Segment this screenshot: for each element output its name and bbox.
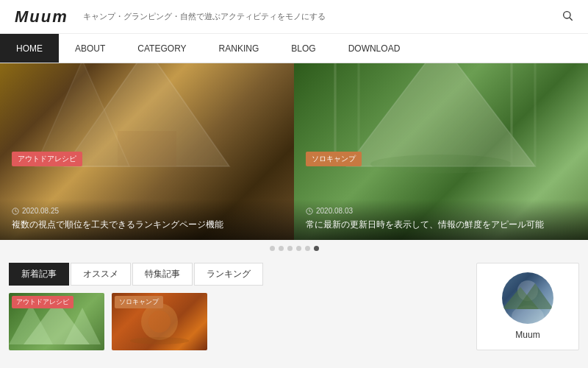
dot-5[interactable] [305, 246, 310, 251]
author-sidebar: Muum [476, 263, 579, 350]
dot-3[interactable] [287, 246, 293, 251]
article-badge-1: アウトドアレシピ [12, 296, 74, 308]
content-area: 新着記事 オススメ 特集記事 ランキング アウトドアレシピ [0, 257, 476, 350]
tab-recommended[interactable]: オススメ [71, 263, 131, 286]
navigation: HOME ABOUT CATEGORY RANKING BLOG DOWNLOA… [0, 34, 588, 63]
search-icon[interactable] [562, 10, 573, 24]
svg-line-1 [570, 18, 573, 21]
dot-1[interactable] [270, 246, 275, 251]
svg-marker-6 [347, 63, 535, 166]
hero-slider: アウトドアレシピ 2020.08.25 複数の視点で順位を工夫できるランキングペ… [0, 63, 588, 240]
content-tabs: 新着記事 オススメ 特集記事 ランキング [9, 263, 467, 286]
hero-left-badge: アウトドアレシピ [12, 152, 82, 166]
hero-right-badge: ソロキャンプ [306, 152, 362, 166]
article-thumb-2: ソロキャンプ [112, 293, 207, 350]
hero-right-panel[interactable]: ソロキャンプ 2020.08.03 常に最新の更新日時を表示して、情報の鮮度をア… [294, 63, 588, 240]
nav-item-blog[interactable]: BLOG [275, 34, 331, 63]
nav-item-about[interactable]: ABOUT [59, 34, 121, 63]
svg-point-18 [130, 337, 189, 344]
bottom-section: 新着記事 オススメ 特集記事 ランキング アウトドアレシピ [0, 257, 588, 350]
slider-dots [0, 240, 588, 257]
dot-2[interactable] [279, 246, 284, 251]
svg-point-17 [148, 311, 171, 333]
nav-item-home[interactable]: HOME [0, 34, 59, 63]
article-card-1[interactable]: アウトドアレシピ [9, 293, 104, 350]
hero-right-content: 2020.08.03 常に最新の更新日時を表示して、情報の鮮度をアピール可能 [294, 199, 588, 240]
logo: Muum [15, 7, 68, 26]
article-thumb-1: アウトドアレシピ [9, 293, 104, 350]
tab-ranking[interactable]: ランキング [194, 263, 263, 286]
article-badge-2: ソロキャンプ [115, 296, 163, 308]
dot-6[interactable] [314, 246, 319, 251]
hero-left-content: 2020.08.25 複数の視点で順位を工夫できるランキングページ機能 [0, 199, 294, 240]
tab-new-articles[interactable]: 新着記事 [9, 263, 69, 286]
svg-point-0 [564, 11, 570, 18]
svg-point-7 [370, 155, 512, 174]
dot-4[interactable] [296, 246, 301, 251]
hero-left-panel[interactable]: アウトドアレシピ 2020.08.25 複数の視点で順位を工夫できるランキングペ… [0, 63, 294, 240]
hero-left-title: 複数の視点で順位を工夫できるランキングページ機能 [12, 218, 282, 231]
article-card-2[interactable]: ソロキャンプ [112, 293, 207, 350]
header: Muum キャンプ・グランピング・自然で遊ぶアクティビティをモノにする [0, 0, 588, 34]
hero-right-date: 2020.08.03 [306, 207, 576, 215]
nav-item-category[interactable]: CATEGORY [121, 34, 202, 63]
hero-left-date: 2020.08.25 [12, 207, 282, 215]
tab-featured[interactable]: 特集記事 [132, 263, 193, 286]
hero-right-title: 常に最新の更新日時を表示して、情報の鮮度をアピール可能 [306, 218, 576, 231]
nav-item-ranking[interactable]: RANKING [203, 34, 276, 63]
article-list: アウトドアレシピ ソロキャンプ [9, 293, 467, 350]
avatar [502, 272, 553, 324]
author-name: Muum [515, 330, 539, 340]
tagline: キャンプ・グランピング・自然で遊ぶアクティビティをモノにする [83, 11, 562, 22]
nav-item-download[interactable]: DOWNLOAD [332, 34, 417, 63]
